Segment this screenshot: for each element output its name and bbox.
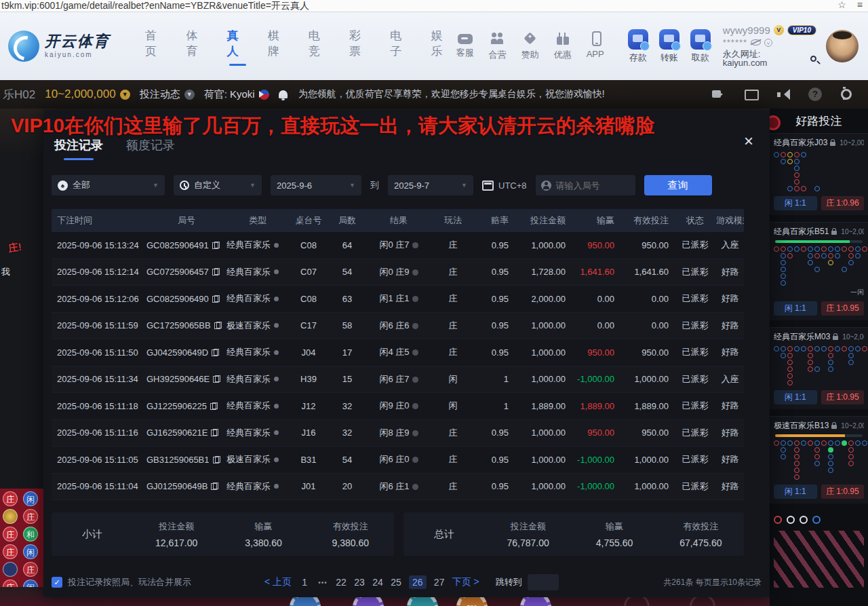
settings-icon[interactable] <box>838 87 854 102</box>
table-row[interactable]: 2025-09-06 15:11:18GJ1225906225经典百家乐J123… <box>52 393 744 420</box>
transfer-action[interactable]: 转账 <box>656 29 682 64</box>
cell: 闲6 庄1 <box>366 480 431 493</box>
nav-item[interactable]: 彩票 <box>349 28 371 64</box>
bookmark-star-icon[interactable]: ☆ <box>832 0 852 10</box>
username[interactable]: wywy9999 <box>723 25 770 35</box>
table-row[interactable]: 2025-09-06 15:12:14GC0725906457经典百家乐C075… <box>52 259 744 286</box>
road-badge: 庄 <box>3 491 18 506</box>
banker-bet-button[interactable]: 庄 1:0.95 <box>821 485 865 499</box>
column-header: 桌台号 <box>289 214 328 227</box>
nav-item[interactable]: 首页 <box>145 28 167 64</box>
page-number[interactable]: 1 <box>299 577 310 588</box>
copy-icon[interactable] <box>211 429 217 436</box>
copy-icon[interactable] <box>213 375 219 383</box>
nav-item[interactable]: 棋牌 <box>268 28 290 64</box>
result-icon <box>412 242 418 248</box>
progress-bar <box>775 434 863 437</box>
page-number[interactable]: 26 <box>409 575 427 589</box>
tab-额度记录[interactable]: 额度记录 <box>126 137 175 160</box>
nav-item[interactable]: 电竞 <box>309 28 330 64</box>
bet-feed-toggle[interactable]: 投注动态 ▼ <box>140 88 195 101</box>
player-bet-button[interactable]: 闲 1:1 <box>774 485 817 499</box>
tab-投注记录[interactable]: 投注记录 <box>54 137 103 160</box>
copy-icon[interactable] <box>211 482 217 490</box>
refresh-icon[interactable]: v <box>764 39 772 47</box>
search-icon[interactable] <box>810 56 816 62</box>
copy-icon[interactable] <box>210 402 216 410</box>
time-range-select[interactable]: 自定义▼ <box>174 175 262 195</box>
next-page-button[interactable]: 下页 > <box>452 576 479 588</box>
browser-menu-icon[interactable]: ≡ <box>852 0 868 10</box>
banker-bet-button[interactable]: 庄 1:0.95 <box>821 301 865 316</box>
page-number[interactable]: 23 <box>354 577 365 588</box>
page-number[interactable]: 25 <box>391 577 401 588</box>
banker-bet-button[interactable]: 庄 1:0.96 <box>821 196 865 210</box>
table-row[interactable]: 2025-09-06 15:13:24GC0825906491经典百家乐C086… <box>52 232 744 259</box>
merge-checkbox[interactable]: ✓ <box>52 577 62 588</box>
road-card[interactable]: 极速百家乐B13 10~2,000,0 闲 1:1 庄 1:0.95 <box>770 416 868 504</box>
clock-icon <box>180 181 189 190</box>
copy-icon[interactable] <box>212 295 218 303</box>
search-button[interactable]: 查询 <box>644 175 712 195</box>
stream-icon[interactable] <box>743 87 760 102</box>
withdraw-action[interactable]: 取款 <box>688 29 713 64</box>
deposit-action[interactable]: 存款 <box>625 29 651 64</box>
nav-item[interactable]: 真人 <box>226 28 248 64</box>
player-bet-button[interactable]: 闲 1:1 <box>774 196 817 210</box>
avatar[interactable] <box>826 30 859 62</box>
video-icon[interactable] <box>711 87 727 102</box>
cell: 闲6 庄7 <box>366 373 431 385</box>
copy-icon[interactable] <box>212 242 218 249</box>
bet-limit[interactable]: 10~2,000,000 ▼ <box>45 88 130 101</box>
chat-action[interactable]: 客服 <box>453 31 477 61</box>
prev-page-button[interactable]: < 上页 <box>264 576 292 588</box>
help-icon[interactable]: ? <box>808 88 822 101</box>
phone-action[interactable]: APP <box>583 31 608 61</box>
nav-item[interactable]: 体育 <box>186 28 208 64</box>
copy-icon[interactable] <box>214 322 220 329</box>
nav-item[interactable]: 娱乐 <box>431 28 453 64</box>
subtotal-valid: 9,380.60 <box>332 537 370 548</box>
volume-icon[interactable] <box>776 87 792 102</box>
people-action[interactable]: 合营 <box>486 31 510 61</box>
table-row[interactable]: 2025-09-06 15:11:04GJ012590649B经典百家乐J012… <box>52 474 744 501</box>
road-card[interactable]: 经典百家乐J03 10~2,000,0 闲 1:1 庄 1:0.96 <box>770 133 868 215</box>
url-bar[interactable]: t9km.vip:6001/game/detail/realbet?enName… <box>0 0 832 11</box>
close-icon[interactable]: × <box>744 134 753 148</box>
spade-icon: ♠ <box>58 181 68 191</box>
game-type-select[interactable]: ♠ 全部▼ <box>52 175 165 195</box>
table-row[interactable]: 2025-09-06 15:11:59GC17259065BB极速百家乐C175… <box>52 313 744 340</box>
column-header: 结果 <box>366 214 431 227</box>
cell: 闲6 庄6 <box>366 320 431 332</box>
copy-icon[interactable] <box>212 349 218 356</box>
road-card[interactable]: 经典百家乐B51 10~2,000,0 一闲 闲 1:1 庄 1:0.95 <box>770 222 868 320</box>
copy-icon[interactable] <box>212 268 218 276</box>
date-to-select[interactable]: 2025-9-7▼ <box>388 175 473 195</box>
player-bet-button[interactable]: 闲 1:1 <box>774 390 817 404</box>
page-number[interactable]: ••• <box>317 579 328 586</box>
road-card[interactable]: 经典百家乐M03 10~2,000,0 闲 1:1 庄 1:0.95 <box>770 327 868 409</box>
cell: 54 <box>328 455 366 465</box>
jump-page-input[interactable] <box>528 574 559 590</box>
eye-off-icon[interactable] <box>751 39 761 45</box>
table-row[interactable]: 2025-09-06 15:12:06GC0825906490经典百家乐C086… <box>52 286 744 313</box>
table-row[interactable]: 2025-09-06 15:11:16GJ162590621E经典百家乐J163… <box>52 420 744 447</box>
page-number[interactable]: 27 <box>434 577 445 588</box>
site-logo[interactable]: 开云体育 kaiyun.com <box>0 31 138 62</box>
page-number[interactable]: 24 <box>372 577 383 588</box>
dealer-info[interactable]: 荷官: Kyoki <box>204 88 269 101</box>
table-row[interactable]: 2025-09-06 15:11:50GJ042590649D经典百家乐J041… <box>52 339 744 366</box>
banker-bet-button[interactable]: 庄 1:0.95 <box>821 390 865 404</box>
table-body: 2025-09-06 15:13:24GC0825906491经典百家乐C086… <box>52 232 744 500</box>
lock-icon <box>831 231 837 235</box>
player-bet-button[interactable]: 闲 1:1 <box>774 301 817 316</box>
page-number[interactable]: 22 <box>336 577 347 588</box>
nav-item[interactable]: 电子 <box>390 28 412 64</box>
copy-icon[interactable] <box>213 456 219 463</box>
table-row[interactable]: 2025-09-06 15:11:34GH392590646E经典百家乐H391… <box>52 366 744 394</box>
date-from-select[interactable]: 2025-9-6▼ <box>271 175 361 195</box>
gift-action[interactable]: 优惠 <box>551 31 575 61</box>
diamond-action[interactable]: 赞助 <box>518 31 542 61</box>
table-row[interactable]: 2025-09-06 15:11:05GB31259065B1极速百家乐B315… <box>52 447 744 474</box>
browser-bar: t9km.vip:6001/game/detail/realbet?enName… <box>0 0 868 12</box>
